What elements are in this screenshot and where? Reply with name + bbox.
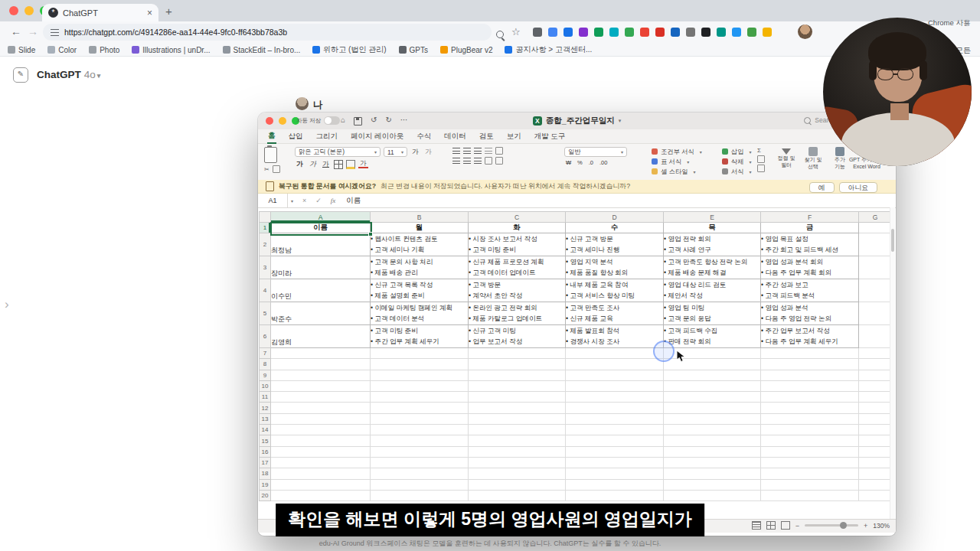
number-style-button[interactable]: % xyxy=(576,159,584,166)
cells-button[interactable]: 서식▾ xyxy=(722,167,752,176)
sheet-cell[interactable] xyxy=(371,348,469,359)
sheet-cell[interactable] xyxy=(859,479,892,490)
sheet-cell[interactable] xyxy=(271,380,371,391)
sheet-cell[interactable] xyxy=(859,446,892,457)
sheet-cell[interactable] xyxy=(566,479,664,490)
sheet-cell[interactable] xyxy=(859,359,892,370)
sheet-cell[interactable]: • 고객 만족도 조사• 신규 제품 교육 xyxy=(566,302,664,325)
sheet-cell[interactable] xyxy=(566,392,664,403)
column-header[interactable]: D xyxy=(566,212,664,223)
extension-icon[interactable] xyxy=(732,28,741,37)
sheet-cell[interactable] xyxy=(664,435,761,446)
bookmark-item[interactable]: GPTs xyxy=(399,44,428,55)
row-header[interactable]: 19 xyxy=(260,479,271,490)
bookmark-star-icon[interactable]: ☆ xyxy=(511,26,521,37)
align-top-icon[interactable] xyxy=(452,148,460,154)
row-header[interactable]: 17 xyxy=(260,457,271,468)
sheet-cell[interactable] xyxy=(664,403,761,413)
sheet-cell[interactable] xyxy=(664,446,761,457)
sheet-cell[interactable]: • 영업 지역 분석• 제품 품질 향상 회의 xyxy=(566,256,664,279)
column-header[interactable]: G xyxy=(859,212,892,223)
excel-close-button[interactable] xyxy=(266,117,273,125)
italic-button[interactable]: 가 xyxy=(308,159,318,169)
sheet-cell[interactable] xyxy=(469,468,566,479)
sheet-cell[interactable] xyxy=(371,370,469,380)
compose-icon[interactable]: ✎ xyxy=(13,67,28,83)
row-header[interactable]: 18 xyxy=(260,468,271,479)
sheet-cell[interactable] xyxy=(469,435,566,446)
sheet-cell[interactable] xyxy=(371,435,469,446)
column-header[interactable]: E xyxy=(664,212,761,223)
sheet-cell[interactable] xyxy=(371,380,469,391)
row-header[interactable]: 9 xyxy=(260,370,271,380)
style-button[interactable]: 조건부 서식▾ xyxy=(652,147,702,156)
sheet-cell[interactable] xyxy=(371,468,469,479)
sheet-cell[interactable]: • 고객 만족도 향상 전략 논의• 제품 배송 문제 해결 xyxy=(664,256,761,279)
align-right-icon[interactable] xyxy=(474,158,482,164)
back-button[interactable]: ← xyxy=(11,25,21,37)
row-header[interactable]: 2 xyxy=(260,233,271,256)
undo-icon[interactable]: ↺ xyxy=(371,116,377,126)
column-header[interactable]: A xyxy=(271,212,371,223)
sheet-cell[interactable] xyxy=(859,233,892,256)
bookmark-item[interactable]: Illustrations | unDr... xyxy=(132,44,210,55)
row-header[interactable]: 4 xyxy=(260,279,271,302)
autosave-toggle[interactable] xyxy=(324,116,340,125)
name-box-chevron-icon[interactable]: ▾ xyxy=(291,198,293,204)
row-header[interactable]: 15 xyxy=(260,435,271,446)
page-break-view-icon[interactable] xyxy=(781,521,790,530)
sheet-cell[interactable] xyxy=(566,403,664,413)
cells-button[interactable]: 삭제▾ xyxy=(722,157,752,166)
sheet-cell[interactable]: • 제품 발표회 참석• 경쟁사 시장 조사 xyxy=(566,325,664,348)
ribbon-tab[interactable]: 데이터 xyxy=(443,130,467,143)
ribbon-tab[interactable]: 검토 xyxy=(479,130,495,143)
zoom-level[interactable]: 130% xyxy=(873,522,890,530)
number-style-button[interactable]: ₩ xyxy=(564,159,573,166)
sheet-cell[interactable] xyxy=(371,490,469,500)
sheet-cell[interactable] xyxy=(859,325,892,348)
sheet-cell[interactable] xyxy=(371,359,469,370)
tab-close-icon[interactable]: × xyxy=(147,8,152,18)
sheet-cell[interactable] xyxy=(761,490,859,500)
sheet-cell[interactable]: 이름 xyxy=(271,223,371,233)
sheet-cell[interactable] xyxy=(859,302,892,325)
number-format-select[interactable]: 일반 ▾ xyxy=(564,147,627,157)
sheet-cell[interactable] xyxy=(566,457,664,468)
ribbon-tab[interactable]: 홈 xyxy=(267,129,276,144)
sheet-cell[interactable] xyxy=(761,413,859,424)
number-style-button[interactable]: .0 xyxy=(587,159,595,166)
sheet-cell[interactable]: 금 xyxy=(761,223,859,233)
underline-button[interactable]: 가 xyxy=(321,159,331,169)
url-bar[interactable]: https://chatgpt.com/c/4914286e-aa14-44e4… xyxy=(43,24,492,41)
sheet-cell[interactable] xyxy=(566,490,664,500)
sheet-cell[interactable] xyxy=(859,370,892,380)
paste-button[interactable] xyxy=(264,147,277,163)
extension-icon[interactable] xyxy=(594,28,603,37)
column-header[interactable]: B xyxy=(371,212,469,223)
sheet-cell[interactable] xyxy=(664,490,761,500)
sheet-cell[interactable] xyxy=(859,413,892,424)
browser-tab[interactable]: * ChatGPT × xyxy=(42,4,158,21)
row-header[interactable]: 20 xyxy=(260,490,271,500)
indent-icon[interactable] xyxy=(485,157,492,165)
style-button[interactable]: 표 서식▾ xyxy=(652,157,702,166)
sheet-cell[interactable]: • 고객 방문• 계약서 초안 작성 xyxy=(469,279,566,302)
sheet-cell[interactable] xyxy=(469,403,566,413)
sheet-cell[interactable] xyxy=(859,425,892,435)
extension-icon[interactable] xyxy=(747,28,756,37)
sheet-cell[interactable] xyxy=(761,446,859,457)
sheet-cell[interactable] xyxy=(371,413,469,424)
insert-function-icon[interactable]: fx xyxy=(331,197,336,204)
sheet-cell[interactable]: • 신규 제품 프로모션 계획• 고객 데이터 업데이트 xyxy=(469,256,566,279)
sheet-cell[interactable] xyxy=(271,435,371,446)
ribbon-tab[interactable]: 페이지 레이아웃 xyxy=(350,130,404,143)
font-name-select[interactable]: 맑은 고딕 (본문) ▾ xyxy=(295,147,381,157)
ribbon-tab[interactable]: 수식 xyxy=(416,130,432,143)
sheet-cell[interactable] xyxy=(859,256,892,279)
bookmark-item[interactable]: Slide xyxy=(8,44,35,55)
sheet-cell[interactable] xyxy=(859,403,892,413)
sheet-cell[interactable] xyxy=(469,425,566,435)
sheet-cell[interactable] xyxy=(664,359,761,370)
sheet-cell[interactable]: 박준수 xyxy=(271,302,371,325)
sheet-cell[interactable]: • 시장 조사 보고서 작성• 고객 미팅 준비 xyxy=(469,233,566,256)
